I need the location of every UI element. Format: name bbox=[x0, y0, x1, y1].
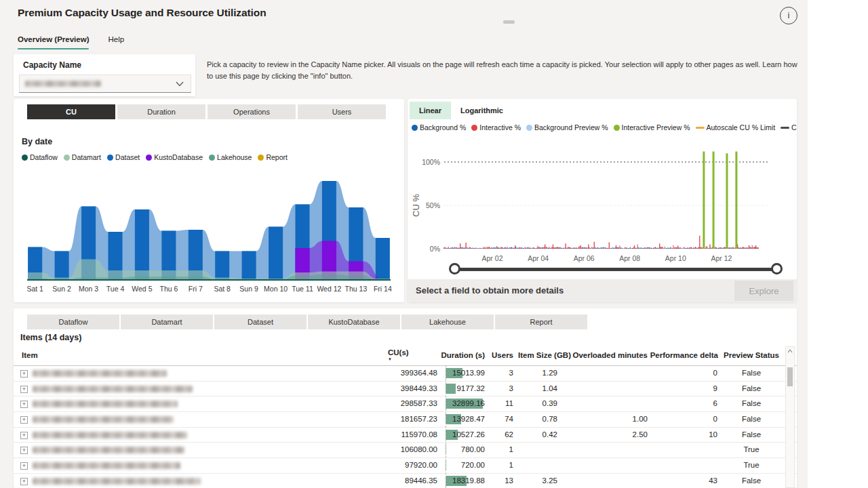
cu-utilization-visual: LinearLogarithmic Background %Interactiv… bbox=[408, 99, 797, 302]
explore-button[interactable]: Explore bbox=[734, 281, 793, 301]
svg-text:CU %: CU % bbox=[411, 194, 421, 217]
cell-preview: True bbox=[701, 461, 797, 469]
metric-button-operations[interactable]: Operations bbox=[208, 104, 296, 119]
legend-item-dataflow: Dataflow bbox=[22, 153, 58, 161]
cell-preview: False bbox=[701, 476, 797, 485]
instructions-text: Pick a capacity to review in the Capacit… bbox=[207, 59, 802, 81]
duration-column-separator bbox=[446, 365, 446, 488]
item-type-button-kustodatabase[interactable]: KustoDatabase bbox=[308, 314, 400, 329]
legend-item-dataset: Dataset bbox=[107, 153, 140, 161]
legend-dot-icon bbox=[64, 155, 70, 161]
scrollbar-thumb[interactable] bbox=[787, 367, 793, 386]
time-range-slider bbox=[408, 262, 797, 277]
capacity-name-dropdown[interactable] bbox=[19, 75, 191, 93]
table-row[interactable]: +181657.2313928.47740.781.000False bbox=[14, 412, 797, 428]
item-name-redacted bbox=[33, 416, 174, 423]
cell-users: 1 bbox=[412, 445, 513, 453]
column-header-preview-status[interactable]: Preview Status bbox=[701, 351, 797, 359]
legend-item-background-%: Background % bbox=[412, 123, 466, 131]
table-scrollbar[interactable] bbox=[785, 346, 795, 488]
svg-text:Wed 5: Wed 5 bbox=[132, 285, 152, 293]
svg-text:0%: 0% bbox=[430, 245, 440, 253]
item-type-button-dataflow[interactable]: Dataflow bbox=[27, 314, 119, 329]
table-row[interactable]: +398449.339177.3231.049False bbox=[14, 382, 797, 397]
legend-item-report: Report bbox=[258, 153, 288, 161]
legend-item-cu-%-limit: CU % Limit bbox=[781, 123, 797, 131]
scroll-up-icon[interactable] bbox=[787, 349, 793, 353]
redacted-element bbox=[503, 20, 515, 24]
tab-overview-preview[interactable]: Overview (Preview) bbox=[18, 35, 89, 49]
svg-text:Fri 7: Fri 7 bbox=[189, 285, 203, 293]
slider-handle-end[interactable] bbox=[771, 263, 783, 274]
report-page: Premium Capacity Usage and Resource Util… bbox=[0, 0, 808, 488]
page-title: Premium Capacity Usage and Resource Util… bbox=[18, 7, 267, 19]
item-type-button-dataset[interactable]: Dataset bbox=[214, 314, 307, 329]
svg-text:Tue 11: Tue 11 bbox=[292, 285, 313, 293]
legend-item-datamart: Datamart bbox=[64, 153, 101, 161]
svg-text:Tue 4: Tue 4 bbox=[106, 285, 125, 293]
legend-dot-icon bbox=[22, 155, 28, 161]
legend-item-kustodatabase: KustoDatabase bbox=[146, 153, 203, 161]
svg-text:Fri 14: Fri 14 bbox=[374, 285, 392, 293]
legend-dot-icon bbox=[614, 125, 620, 131]
scale-tab-linear[interactable]: Linear bbox=[410, 102, 451, 119]
expand-row-icon[interactable]: + bbox=[20, 386, 28, 393]
expand-row-icon[interactable]: + bbox=[20, 416, 28, 424]
metric-button-duration[interactable]: Duration bbox=[117, 104, 205, 119]
cell-preview: False bbox=[701, 399, 797, 407]
info-button[interactable]: i bbox=[780, 7, 797, 24]
slider-handle-start[interactable] bbox=[449, 263, 460, 274]
legend-line-icon bbox=[696, 127, 705, 129]
legend-dot-icon bbox=[471, 125, 477, 131]
cu-chart-legend: Background %Interactive %Background Prev… bbox=[412, 123, 797, 131]
tab-help[interactable]: Help bbox=[108, 35, 124, 49]
slider-track[interactable] bbox=[456, 268, 774, 271]
legend-dot-icon bbox=[146, 155, 152, 161]
expand-row-icon[interactable]: + bbox=[20, 447, 28, 454]
expand-row-icon[interactable]: + bbox=[20, 478, 28, 485]
cu-percent-chart[interactable]: 100%50%0%Apr 02Apr 04Apr 06Apr 08Apr 10A… bbox=[410, 142, 794, 268]
column-header-item[interactable]: Item bbox=[22, 351, 38, 359]
by-date-chart[interactable]: Sat 1Sun 2Mon 3Tue 4Wed 5Thu 6Fri 7Sat 8… bbox=[22, 179, 396, 296]
svg-text:Thu 13: Thu 13 bbox=[345, 285, 368, 293]
cell-preview: False bbox=[701, 415, 797, 423]
by-date-title: By date bbox=[22, 137, 52, 146]
table-row[interactable]: +298587.3332899.16110.396False bbox=[14, 396, 797, 412]
table-row[interactable]: +97920.00720.001True bbox=[14, 458, 797, 474]
metric-button-group: CUDurationOperationsUsers bbox=[27, 104, 386, 119]
item-type-button-datamart[interactable]: Datamart bbox=[121, 314, 213, 329]
legend-item-interactive-preview-%: Interactive Preview % bbox=[614, 123, 690, 131]
table-row[interactable]: +106080.00780.001True bbox=[14, 443, 797, 458]
legend-dot-icon bbox=[107, 155, 113, 161]
expand-row-icon[interactable]: + bbox=[20, 432, 28, 439]
item-type-button-report[interactable]: Report bbox=[495, 314, 587, 329]
scale-tab-logarithmic[interactable]: Logarithmic bbox=[451, 102, 513, 119]
svg-text:Wed 12: Wed 12 bbox=[317, 285, 341, 293]
legend-dot-icon bbox=[526, 125, 532, 131]
legend-item-lakehouse: Lakehouse bbox=[209, 153, 252, 161]
svg-text:Mon 3: Mon 3 bbox=[79, 285, 98, 293]
expand-row-icon[interactable]: + bbox=[20, 370, 28, 378]
svg-text:Mon 10: Mon 10 bbox=[264, 285, 288, 293]
table-row[interactable]: +115970.0810527.26620.422.5010False bbox=[14, 428, 797, 443]
capacity-name-value-redacted bbox=[25, 81, 101, 87]
table-row[interactable]: +89446.3518319.88133.2543False bbox=[14, 474, 797, 488]
chevron-down-icon bbox=[176, 81, 184, 87]
cell-size: 0.42 bbox=[456, 430, 557, 439]
svg-text:100%: 100% bbox=[422, 158, 440, 166]
items-table-body: +399364.4815013.9931.290False+398449.339… bbox=[14, 366, 797, 488]
item-name-redacted bbox=[33, 401, 178, 407]
metric-button-cu[interactable]: CU bbox=[27, 104, 115, 119]
cell-size: 3.25 bbox=[456, 476, 557, 485]
table-row[interactable]: +399364.4815013.9931.290False bbox=[14, 366, 797, 382]
svg-text:Sun 9: Sun 9 bbox=[239, 285, 258, 293]
cell-size: 1.04 bbox=[456, 384, 557, 392]
expand-row-icon[interactable]: + bbox=[20, 462, 28, 470]
expand-row-icon[interactable]: + bbox=[20, 401, 28, 408]
cell-preview: False bbox=[701, 369, 797, 377]
item-type-button-lakehouse[interactable]: Lakehouse bbox=[401, 314, 494, 329]
metric-button-users[interactable]: Users bbox=[298, 104, 386, 119]
capacity-picker-card: Capacity Name bbox=[14, 54, 195, 96]
svg-text:Sat 8: Sat 8 bbox=[214, 285, 231, 293]
item-name-redacted bbox=[33, 462, 180, 469]
